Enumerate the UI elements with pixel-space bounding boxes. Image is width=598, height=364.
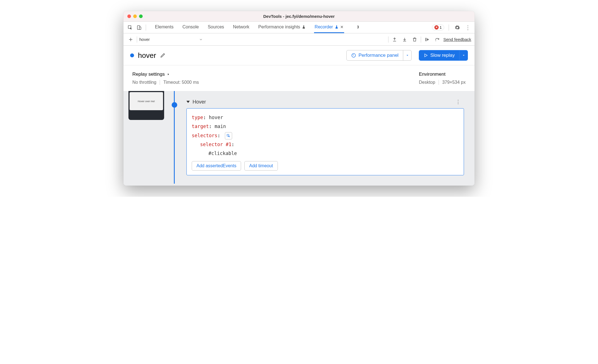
button-label: Slow replay	[430, 53, 455, 58]
replay-settings-toggle[interactable]: Replay settings	[132, 72, 199, 77]
error-icon: ✕	[434, 25, 439, 29]
environment-label: Environment	[419, 72, 466, 77]
step-over-icon[interactable]	[433, 36, 441, 43]
import-icon[interactable]	[401, 36, 409, 43]
tab-network[interactable]: Network	[232, 22, 250, 33]
error-count: 1	[440, 25, 442, 29]
separator	[160, 80, 160, 85]
performance-dropdown-icon[interactable]	[403, 50, 411, 60]
svg-rect-2	[139, 27, 141, 29]
env-size: 379×534 px	[442, 80, 466, 85]
tab-label: Performance insights	[258, 24, 300, 29]
step-kebab-icon[interactable]: ⋮	[456, 99, 464, 105]
titlebar: DevTools - jec.fyi/demo/menu-hover	[123, 11, 475, 22]
tab-label: Recorder	[315, 24, 333, 29]
v-target[interactable]: main	[215, 124, 226, 129]
button-label: Performance panel	[358, 53, 398, 58]
device-toggle-icon[interactable]	[135, 24, 143, 31]
recording-select[interactable]: hover	[139, 37, 386, 42]
k-selectors: selectors	[192, 133, 217, 138]
new-recording-icon[interactable]	[127, 36, 135, 43]
error-badge[interactable]: ✕ 1	[432, 24, 444, 30]
play-icon	[424, 53, 428, 58]
caret-down-icon	[186, 101, 190, 103]
tab-elements[interactable]: Elements	[154, 22, 174, 33]
k-type: type	[192, 115, 203, 120]
recording-name: hover	[139, 37, 195, 42]
slow-replay-button[interactable]: Slow replay	[419, 50, 468, 61]
timeout-value: Timeout: 5000 ms	[163, 80, 199, 85]
tab-console[interactable]: Console	[182, 22, 200, 33]
export-icon[interactable]	[391, 36, 398, 43]
add-asserted-events-button[interactable]: Add assertedEvents	[192, 161, 241, 171]
close-tab-icon[interactable]: ✕	[340, 25, 344, 29]
step-marker-icon	[172, 102, 177, 108]
throttling-value: No throttling	[132, 80, 156, 85]
inspect-icon[interactable]	[126, 24, 134, 31]
recording-header: hover Performance panel Slow replay	[123, 46, 475, 65]
settings-icon[interactable]	[453, 24, 461, 31]
recorder-toolbar: hover Send feedback	[123, 33, 475, 46]
step-header[interactable]: Hover ⋮	[176, 91, 470, 108]
element-picker-icon[interactable]	[225, 132, 232, 139]
flask-icon	[335, 25, 339, 29]
step-title: Hover	[193, 99, 206, 105]
flask-icon	[302, 25, 306, 29]
svg-point-3	[436, 40, 436, 41]
replay-settings-label: Replay settings	[132, 72, 165, 77]
v-type[interactable]: hover	[209, 115, 223, 120]
delete-icon[interactable]	[411, 36, 419, 43]
status-dot-icon	[130, 53, 134, 57]
step-body: type: hover target: main selectors: sele…	[186, 108, 464, 175]
tab-performance-insights[interactable]: Performance insights	[258, 22, 306, 33]
kebab-menu-icon[interactable]: ⋮	[464, 24, 472, 31]
settings-row: Replay settings No throttling Timeout: 5…	[123, 65, 475, 91]
thumbnail-content: Hover over me!	[130, 92, 163, 110]
tab-sources[interactable]: Sources	[207, 22, 225, 33]
more-tabs-icon[interactable]	[354, 24, 362, 31]
separator	[439, 80, 439, 85]
window-title: DevTools - jec.fyi/demo/menu-hover	[123, 14, 475, 19]
tab-recorder[interactable]: Recorder ✕	[314, 22, 344, 33]
replay-dropdown-icon[interactable]	[459, 50, 468, 60]
add-timeout-button[interactable]: Add timeout	[244, 161, 278, 171]
caret-right-icon	[167, 72, 170, 76]
env-device: Desktop	[419, 80, 435, 85]
k-selector1: selector #1	[200, 142, 232, 147]
v-selector1[interactable]: #clickable	[208, 151, 237, 156]
steps-area: Hover over me! Hover ⋮ type: hover targe…	[123, 91, 475, 186]
devtools-window: DevTools - jec.fyi/demo/menu-hover Eleme…	[123, 11, 475, 186]
chevron-down-icon	[199, 38, 203, 41]
step-through-icon[interactable]	[423, 36, 431, 43]
edit-title-icon[interactable]	[160, 53, 166, 58]
tab-strip: Elements Console Sources Network Perform…	[123, 22, 475, 33]
k-target: target	[192, 124, 209, 129]
send-feedback-link[interactable]: Send feedback	[443, 37, 471, 42]
performance-panel-button[interactable]: Performance panel	[346, 50, 412, 61]
gauge-icon	[351, 53, 356, 58]
recording-title: hover	[138, 51, 156, 60]
step-thumbnail[interactable]: Hover over me!	[128, 91, 164, 120]
